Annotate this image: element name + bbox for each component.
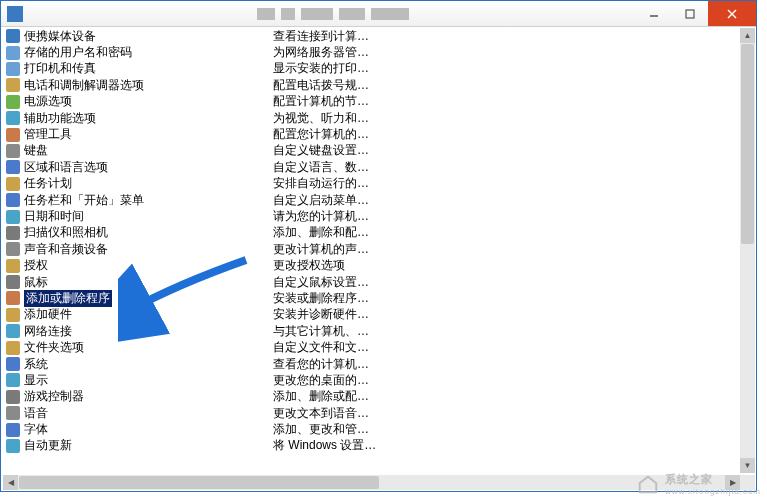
list-item[interactable]: 键盘自定义键盘设置… (3, 143, 740, 159)
list-item[interactable]: 语音更改文本到语音… (3, 405, 740, 421)
list-item[interactable]: 电源选项配置计算机的节… (3, 94, 740, 110)
item-description: 更改计算机的声… (268, 241, 740, 258)
list-item[interactable]: 文件夹选项自定义文件和文… (3, 339, 740, 355)
list-item[interactable]: 授权更改授权选项 (3, 257, 740, 273)
item-description: 自定义键盘设置… (268, 142, 740, 159)
item-description: 为网络服务器管… (268, 44, 740, 61)
list-item[interactable]: 游戏控制器添加、删除或配… (3, 389, 740, 405)
watermark: 系统之家 www.xitongzhijia.com (637, 472, 761, 496)
list-item[interactable]: 辅助功能选项为视觉、听力和… (3, 110, 740, 126)
item-icon (5, 94, 21, 110)
list-item[interactable]: 网络连接与其它计算机、… (3, 323, 740, 339)
list-item[interactable]: 显示更改您的桌面的… (3, 372, 740, 388)
list-item[interactable]: 任务栏和「开始」菜单自定义启动菜单… (3, 192, 740, 208)
list-item[interactable]: 任务计划安排自动运行的… (3, 176, 740, 192)
item-icon (5, 323, 21, 339)
scroll-up-button[interactable]: ▲ (740, 28, 755, 43)
item-name: 日期和时间 (24, 208, 84, 225)
control-panel-window: 便携媒体设备查看连接到计算…存储的用户名和密码为网络服务器管…打印机和传真显示安… (0, 0, 757, 492)
horizontal-scroll-thumb[interactable] (19, 476, 379, 489)
item-description: 自定义语言、数… (268, 159, 740, 176)
item-name: 打印机和传真 (24, 60, 96, 77)
watermark-text: 系统之家 (665, 472, 761, 487)
item-description: 显示安装的打印… (268, 60, 740, 77)
list-item[interactable]: 声音和音频设备更改计算机的声… (3, 241, 740, 257)
maximize-button[interactable] (672, 1, 708, 26)
horizontal-scrollbar[interactable]: ◀ ▶ (3, 475, 740, 490)
vertical-scroll-thumb[interactable] (741, 44, 754, 244)
item-name: 区域和语言选项 (24, 159, 108, 176)
item-description: 添加、更改和管… (268, 421, 740, 438)
item-name: 声音和音频设备 (24, 241, 108, 258)
item-icon (5, 389, 21, 405)
items-list[interactable]: 便携媒体设备查看连接到计算…存储的用户名和密码为网络服务器管…打印机和传真显示安… (3, 28, 740, 473)
watermark-url: www.xitongzhijia.com (665, 487, 761, 496)
item-description: 请为您的计算机… (268, 208, 740, 225)
item-name: 自动更新 (24, 437, 72, 454)
list-item[interactable]: 自动更新将 Windows 设置… (3, 438, 740, 454)
item-icon (5, 159, 21, 175)
item-name: 鼠标 (24, 274, 48, 291)
svg-rect-1 (686, 10, 694, 18)
item-name: 辅助功能选项 (24, 110, 96, 127)
list-item[interactable]: 字体添加、更改和管… (3, 421, 740, 437)
item-description: 自定义启动菜单… (268, 192, 740, 209)
item-icon (5, 143, 21, 159)
titlebar-left (1, 6, 29, 22)
scroll-down-button[interactable]: ▼ (740, 458, 755, 473)
item-name: 字体 (24, 421, 48, 438)
item-name: 系统 (24, 356, 48, 373)
list-item[interactable]: 系统查看您的计算机… (3, 356, 740, 372)
scroll-left-button[interactable]: ◀ (3, 475, 18, 490)
item-icon (5, 209, 21, 225)
list-item[interactable]: 区域和语言选项自定义语言、数… (3, 159, 740, 175)
item-name: 网络连接 (24, 323, 72, 340)
list-item[interactable]: 日期和时间请为您的计算机… (3, 208, 740, 224)
item-description: 配置您计算机的… (268, 126, 740, 143)
item-description: 更改文本到语音… (268, 405, 740, 422)
minimize-button[interactable] (636, 1, 672, 26)
horizontal-scroll-track[interactable] (18, 475, 725, 490)
item-icon (5, 28, 21, 44)
list-item[interactable]: 添加硬件安装并诊断硬件… (3, 307, 740, 323)
list-item[interactable]: 管理工具配置您计算机的… (3, 126, 740, 142)
control-panel-icon (7, 6, 23, 22)
maximize-icon (685, 9, 695, 19)
item-name: 任务计划 (24, 175, 72, 192)
item-icon (5, 77, 21, 93)
close-button[interactable] (708, 1, 756, 26)
item-icon (5, 372, 21, 388)
item-icon (5, 45, 21, 61)
item-description: 添加、删除和配… (268, 224, 740, 241)
item-name: 语音 (24, 405, 48, 422)
titlebar-title-blurred (257, 8, 409, 20)
item-description: 安装或删除程序… (268, 290, 740, 307)
item-name: 扫描仪和照相机 (24, 224, 108, 241)
item-description: 自定义鼠标设置… (268, 274, 740, 291)
list-item[interactable]: 扫描仪和照相机添加、删除和配… (3, 225, 740, 241)
item-description: 为视觉、听力和… (268, 110, 740, 127)
titlebar[interactable] (1, 1, 756, 27)
item-description: 查看您的计算机… (268, 356, 740, 373)
list-item[interactable]: 电话和调制解调器选项配置电话拨号规… (3, 77, 740, 93)
item-icon (5, 290, 21, 306)
item-icon (5, 61, 21, 77)
item-description: 配置电话拨号规… (268, 77, 740, 94)
item-name: 文件夹选项 (24, 339, 84, 356)
list-item[interactable]: 鼠标自定义鼠标设置… (3, 274, 740, 290)
item-description: 将 Windows 设置… (268, 437, 740, 454)
item-description: 查看连接到计算… (268, 28, 740, 45)
item-icon (5, 127, 21, 143)
item-description: 自定义文件和文… (268, 339, 740, 356)
item-description: 配置计算机的节… (268, 93, 740, 110)
item-icon (5, 176, 21, 192)
list-item[interactable]: 存储的用户名和密码为网络服务器管… (3, 44, 740, 60)
item-description: 安排自动运行的… (268, 175, 740, 192)
item-name: 便携媒体设备 (24, 28, 96, 45)
item-name: 任务栏和「开始」菜单 (24, 192, 144, 209)
list-item[interactable]: 添加或删除程序安装或删除程序… (3, 290, 740, 306)
vertical-scrollbar[interactable]: ▲ ▼ (740, 28, 755, 473)
list-item[interactable]: 便携媒体设备查看连接到计算… (3, 28, 740, 44)
list-item[interactable]: 打印机和传真显示安装的打印… (3, 61, 740, 77)
item-icon (5, 422, 21, 438)
